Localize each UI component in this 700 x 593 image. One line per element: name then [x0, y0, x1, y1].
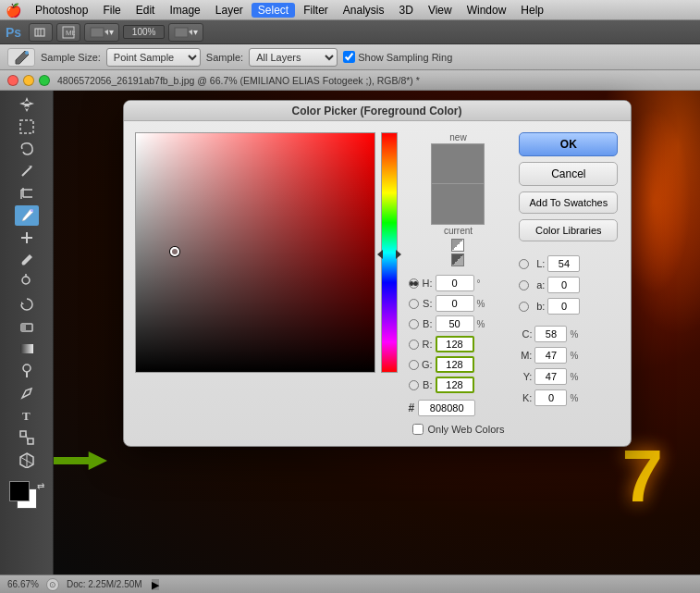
close-button[interactable] — [7, 75, 18, 86]
tool-brush[interactable] — [15, 250, 39, 270]
b2-radio[interactable] — [519, 302, 529, 312]
tool-lasso[interactable] — [15, 139, 39, 159]
cancel-button[interactable]: Cancel — [519, 162, 618, 186]
l-input[interactable] — [547, 255, 580, 272]
bright-input[interactable] — [436, 315, 474, 332]
tool-gradient[interactable] — [15, 339, 39, 359]
g-radio[interactable] — [409, 360, 419, 370]
add-to-swatches-button[interactable]: Add To Swatches — [519, 191, 618, 214]
c-input[interactable] — [534, 326, 567, 342]
menu-edit[interactable]: Edit — [129, 3, 162, 18]
dialog-body: new current H: ° — [124, 121, 631, 446]
a-radio[interactable] — [519, 280, 529, 290]
c-input-row: C: % — [519, 325, 618, 343]
dialog-overlay: Color Picker (Foreground Color) — [54, 91, 700, 574]
foreground-color-swatch[interactable] — [9, 481, 30, 501]
menu-image[interactable]: Image — [163, 3, 206, 18]
sample-size-select[interactable]: Point Sample 3 by 3 Average 5 by 5 Avera… — [106, 48, 201, 67]
web-color-icon[interactable] — [451, 253, 464, 266]
hex-input[interactable] — [418, 400, 475, 416]
bright-input-row: B: % — [409, 315, 509, 333]
m-input[interactable] — [534, 347, 567, 364]
menu-analysis[interactable]: Analysis — [337, 3, 391, 18]
brush-size-btn[interactable]: Mb — [56, 23, 80, 42]
tool-eyedropper[interactable] — [15, 205, 39, 226]
color-gradient-picker[interactable] — [135, 132, 375, 373]
hex-row: # — [409, 400, 509, 416]
maximize-button[interactable] — [39, 75, 50, 86]
right-section: OK Cancel Add To Swatches Color Librarie… — [519, 132, 618, 435]
tool-pen[interactable] — [15, 383, 39, 403]
sample-select[interactable]: All Layers Current Layer — [249, 48, 338, 67]
m-input-row: M: % — [519, 346, 618, 364]
r-input-row: R: — [409, 335, 509, 353]
menu-3d[interactable]: 3D — [393, 3, 420, 18]
brush-tool-dropdown[interactable]: ▾ — [84, 23, 119, 42]
l-input-row: L: — [519, 254, 618, 273]
tool-healing[interactable] — [15, 228, 39, 248]
r-radio[interactable] — [409, 340, 419, 350]
show-sampling-label[interactable]: Show Sampling Ring — [343, 51, 452, 63]
a-input-row: a: — [519, 276, 618, 294]
tool-history[interactable] — [15, 294, 39, 315]
hue-unit: ° — [477, 278, 486, 289]
hue-slider[interactable] — [381, 132, 398, 373]
tool-eraser[interactable] — [15, 316, 39, 337]
tool-magic-wand[interactable] — [15, 161, 39, 181]
tool-text[interactable]: T — [15, 405, 39, 426]
show-sampling-checkbox[interactable] — [343, 51, 355, 63]
b-input[interactable] — [436, 377, 474, 393]
tool-move[interactable] — [15, 94, 39, 115]
tool-path[interactable] — [15, 427, 39, 448]
ok-button[interactable]: OK — [519, 132, 618, 156]
status-arrow-icon[interactable]: ▶ — [152, 579, 159, 590]
eyedropper-options-icon — [7, 48, 35, 67]
b2-input[interactable] — [547, 298, 580, 315]
only-web-row: Only Web Colors — [409, 420, 509, 435]
y-input[interactable] — [534, 368, 567, 385]
b-input-label: B: — [422, 379, 433, 390]
sat-input[interactable] — [436, 295, 474, 312]
status-bar: 66.67% ⊙ Doc: 2.25M/2.50M ▶ — [0, 574, 700, 593]
swap-colors-icon[interactable]: ⇄ — [37, 481, 44, 491]
hue-input[interactable] — [436, 275, 474, 291]
g-input[interactable] — [436, 356, 474, 373]
tool-dodge[interactable] — [15, 361, 39, 381]
menu-window[interactable]: Window — [461, 3, 513, 18]
color-libraries-button[interactable]: Color Libraries — [519, 219, 618, 241]
menu-photoshop[interactable]: Photoshop — [29, 3, 94, 18]
apple-menu[interactable]: 🍎 — [6, 3, 21, 18]
status-info-icon[interactable]: ⊙ — [46, 578, 59, 591]
tool-3d[interactable] — [15, 450, 39, 470]
tool-selection[interactable] — [15, 117, 39, 137]
sat-radio[interactable] — [409, 299, 419, 309]
menu-filter[interactable]: Filter — [297, 3, 335, 18]
r-input[interactable] — [436, 336, 474, 352]
only-web-checkbox[interactable] — [412, 424, 424, 435]
menu-layer[interactable]: Layer — [209, 3, 250, 18]
history-brush-btn[interactable] — [29, 23, 53, 42]
a-input[interactable] — [547, 277, 580, 293]
menu-help[interactable]: Help — [514, 3, 550, 18]
menu-view[interactable]: View — [422, 3, 459, 18]
out-of-gamut-icon[interactable] — [451, 239, 464, 252]
b-radio[interactable] — [409, 380, 419, 390]
hue-slider-arrow-left — [377, 250, 383, 259]
svg-point-21 — [22, 277, 30, 284]
menu-select[interactable]: Select — [252, 3, 295, 18]
bright-radio[interactable] — [409, 319, 419, 329]
hue-radio[interactable] — [409, 278, 419, 289]
sat-input-row: S: % — [409, 294, 509, 313]
g-input-label: G: — [422, 359, 433, 370]
svg-rect-12 — [20, 120, 33, 133]
tool-crop[interactable] — [15, 183, 39, 204]
tool-clone-stamp[interactable] — [15, 272, 39, 292]
l-radio[interactable] — [519, 259, 529, 269]
menu-file[interactable]: File — [96, 3, 127, 18]
k-input[interactable] — [534, 389, 567, 406]
doc-size-status: Doc: 2.25M/2.50M — [67, 579, 142, 589]
svg-rect-5 — [91, 28, 104, 37]
minimize-button[interactable] — [23, 75, 34, 86]
zoom-dropdown[interactable]: ▾ — [168, 23, 203, 42]
foreground-background-colors[interactable]: ⇄ — [9, 481, 44, 516]
